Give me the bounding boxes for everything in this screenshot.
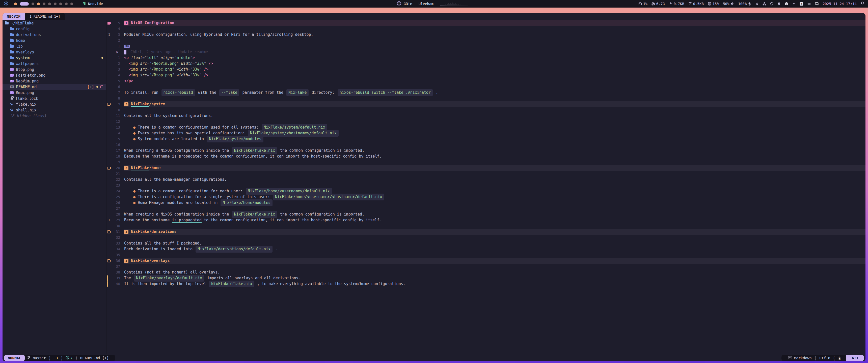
terminal-icon[interactable] — [815, 2, 818, 5]
editor-line[interactable]: 16 — [106, 142, 866, 148]
workspace-6[interactable] — [48, 2, 51, 5]
editor-line[interactable]: I3Modular NixOS configuration, using Hyp… — [106, 32, 866, 38]
editor-line[interactable]: I29Because the hostname is propagated to… — [106, 217, 866, 223]
buffer-tab[interactable]: 1 README.md[1+] — [25, 13, 65, 20]
bluetooth-icon[interactable] — [755, 2, 758, 5]
tree-item-overlays[interactable]: overlays — [2, 49, 106, 55]
tree-item-shell.nix[interactable]: shell.nix — [2, 107, 106, 113]
editor-line[interactable]: 32 — [106, 235, 866, 240]
tree-item--nixflake[interactable]: ~/NixFlake — [2, 20, 106, 26]
tree-item-flake.nix[interactable]: flake.nix — [2, 101, 106, 107]
tree-item-rmpc.png[interactable]: Rmpc.png — [2, 90, 106, 96]
gauge-icon[interactable]: 1% — [639, 2, 648, 6]
editor-line[interactable]: 24 ● There is a common configuration for… — [106, 188, 866, 194]
check-circle-icon[interactable] — [785, 2, 788, 5]
editor-line[interactable]: 30 — [106, 223, 866, 229]
download-icon[interactable]: 0.7KB — [669, 2, 684, 6]
editor-line[interactable]: 1<p float="left" align="middle"> — [106, 55, 866, 61]
location-icon[interactable] — [777, 2, 781, 5]
line-number: 17 — [112, 148, 124, 154]
mic-icon[interactable]: 100% — [738, 2, 751, 6]
editor-line[interactable]: 26 ● Home-Manager modules are located in… — [106, 200, 866, 206]
tree-item-flake.lock[interactable]: flake.lock — [2, 96, 106, 101]
editor-line[interactable]: 28When creating a NixOS configuration in… — [106, 211, 866, 217]
editor-line[interactable]: 11Contains all the system configurations… — [106, 113, 866, 119]
explorer-tab[interactable]: NEOVIM — [2, 13, 25, 20]
folder-icon — [10, 63, 13, 65]
editor-line[interactable]: 27 — [106, 206, 866, 211]
editor-line[interactable]: 17When creating a NixOS configuration in… — [106, 148, 866, 154]
tree-item-config[interactable]: config — [2, 26, 106, 32]
workspace-7[interactable] — [54, 2, 57, 5]
editor-line[interactable]: 8 — [106, 96, 866, 101]
editor-line[interactable]: 18Because the hostname is propagated to … — [106, 154, 866, 159]
cursor-line[interactable]: 6ChUrl, 2 years ago - Update readme — [106, 49, 866, 55]
editor-line[interactable]: 10 — [106, 107, 866, 113]
editor-buffer[interactable]: 51NixOS Configuration4I3Modular NixOS co… — [106, 20, 866, 354]
editor-line[interactable]: 5</p> — [106, 78, 866, 84]
tree-item--8-hidden-items-[interactable]: (8 hidden items) — [2, 113, 106, 119]
workspace-indicators[interactable] — [14, 2, 73, 5]
keyboard-icon[interactable] — [807, 2, 811, 5]
workspace-10[interactable] — [70, 2, 73, 5]
editor-line[interactable]: 6 — [106, 84, 866, 90]
tree-item-wallpapers[interactable]: wallpapers — [2, 61, 106, 67]
tree-item-derivations[interactable]: derivations — [2, 32, 106, 38]
editor-line[interactable]: 12 — [106, 119, 866, 125]
shield-icon[interactable] — [770, 2, 773, 5]
volume-icon[interactable]: 50% — [723, 2, 734, 6]
line-number: 29 — [112, 217, 124, 223]
workspace-2[interactable] — [20, 2, 29, 5]
editor-line[interactable]: 34Each derivation is loaded into NixFlak… — [106, 246, 866, 252]
clock[interactable]: 2025-11-24 17:14 — [823, 2, 857, 6]
tree-item-fastfetch.png[interactable]: FastFetch.png — [2, 72, 106, 78]
bell-icon[interactable] — [861, 1, 865, 6]
editor-line[interactable]: 7To install, run nixos-rebuild with the … — [106, 90, 866, 96]
editor-line[interactable]: 4 <img src="/Btop.png" width="33%" /> — [106, 72, 866, 78]
workspace-9[interactable] — [65, 2, 68, 5]
editor-line[interactable]: 15 ● System modules are located in NixFl… — [106, 136, 866, 142]
workspace-1[interactable] — [14, 2, 17, 5]
cpu-icon[interactable]: 6.7G — [651, 2, 665, 6]
editor-line[interactable]: 23 — [106, 183, 866, 188]
tree-item-neovim.png[interactable]: NeoVim.png — [2, 78, 106, 84]
tree-item-lib[interactable]: lib — [2, 43, 106, 49]
editor-line[interactable]: 25 ● There is a configuration for a sing… — [106, 194, 866, 200]
git-branch-icon — [27, 356, 31, 360]
editor-line[interactable]: 3 <img src="/Rmpc.png" width="33%" /> — [106, 67, 866, 72]
editor-line[interactable]: 39The NixFlake/overlays/default.nix impo… — [106, 275, 866, 281]
workspace-5[interactable] — [43, 2, 45, 5]
tree-item-readme.md[interactable]: MREADME.md[+] — [2, 84, 106, 90]
editor-line[interactable]: 1PNG — [106, 43, 866, 49]
editor-line[interactable]: 2 — [106, 38, 866, 43]
disk-icon[interactable]: 15% — [708, 2, 719, 6]
zen-icon[interactable]: Z — [800, 2, 803, 5]
media-player-widget[interactable]: Gåte - Ulveham — [397, 0, 468, 7]
editor-line[interactable]: 13 ● There is a common configuration use… — [106, 125, 866, 130]
editor-line[interactable]: 202NixFlake/home — [106, 165, 866, 171]
editor-line[interactable]: 4 — [106, 26, 866, 32]
editor-line[interactable]: 92NixFlake/system — [106, 101, 866, 107]
editor-line[interactable]: 37 — [106, 264, 866, 269]
tree-item-system[interactable]: system — [2, 55, 106, 61]
upload-icon[interactable]: 0.5KB — [688, 2, 704, 6]
tree-item-home[interactable]: home — [2, 38, 106, 43]
workspace-8[interactable] — [59, 2, 62, 5]
workspace-4[interactable] — [37, 2, 40, 5]
editor-line[interactable]: 35 — [106, 252, 866, 258]
editor-line[interactable]: 40It is then imported by the top-level N… — [106, 281, 866, 287]
network-icon[interactable] — [763, 2, 766, 5]
tree-item-btop.png[interactable]: Btop.png — [2, 67, 106, 72]
editor-line[interactable]: 2 <img src="/NeoVim.png" width="33%" /> — [106, 61, 866, 67]
editor-line[interactable]: 22Contains all the home-manager configur… — [106, 177, 866, 183]
editor-line[interactable]: 38Contains (not at the moment) all overl… — [106, 269, 866, 275]
editor-line[interactable]: 362NixFlake/overlays — [106, 258, 866, 264]
editor-line[interactable]: 19 — [106, 159, 866, 165]
funnel-icon[interactable] — [792, 2, 796, 5]
editor-line[interactable]: 312NixFlake/derivations — [106, 229, 866, 235]
editor-line[interactable]: 51NixOS Configuration — [106, 20, 866, 26]
editor-line[interactable]: 33Contains all the stuff I packaged. — [106, 240, 866, 246]
editor-line[interactable]: 14 ● Every system has its own special co… — [106, 130, 866, 136]
editor-line[interactable]: 21 — [106, 171, 866, 177]
workspace-3[interactable] — [32, 2, 34, 5]
